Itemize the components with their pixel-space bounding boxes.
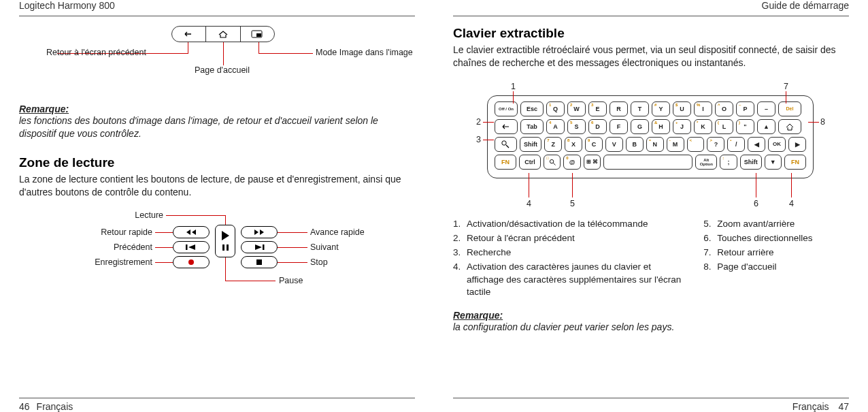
kbd-callout-2: 2 (476, 117, 481, 127)
keyboard-key: $U (673, 101, 691, 116)
note2-heading: Remarque: (453, 310, 849, 321)
note1-body: les fonctions des boutons d'image dans l… (19, 114, 415, 140)
keyboard-key: #Y (652, 101, 670, 116)
keyboard-key: B (626, 137, 644, 152)
keyboard-heading: Clavier extractible (453, 26, 849, 41)
callout-back: Retour à l'écran précédent (46, 48, 146, 57)
keyboard-key: FN (495, 155, 516, 170)
keyboard-key: ▼ (765, 155, 782, 170)
stop-button (241, 256, 278, 268)
footer-left: 46 Français (19, 398, 415, 412)
pip-segment (241, 27, 274, 42)
keyboard-key: Ctrl (519, 155, 541, 170)
home-segment (206, 27, 240, 42)
keyboard-key-offon: Off / On (495, 101, 518, 116)
play-pause-button (215, 225, 235, 257)
label-play: Lecture (127, 210, 163, 220)
keyboard-key (495, 137, 517, 152)
svg-rect-1 (256, 33, 261, 37)
next-button (241, 241, 278, 253)
keyboard-key: -M (667, 137, 684, 152)
kbd-callout-4b: 4 (789, 199, 794, 208)
legend-col-a: 1.Activation/désactivation de la télécom… (453, 218, 686, 300)
prev-button (173, 241, 210, 253)
keyboard-key (778, 119, 801, 134)
playback-heading: Zone de lecture (19, 155, 415, 170)
header-rule-left (19, 16, 415, 16)
page-lang-left: Français (37, 401, 73, 412)
keyboard-key: )" (736, 119, 754, 134)
callout-home: Page d'accueil (195, 65, 250, 75)
keyboard-key: *K (694, 119, 712, 134)
keyboard-key: Shift (520, 137, 542, 152)
svg-rect-4 (263, 244, 265, 250)
keyboard-key: 3E (588, 101, 607, 116)
keyboard-key: ▲ (757, 119, 775, 134)
label-rec: Enregistrement (71, 257, 152, 267)
svg-line-9 (553, 163, 555, 165)
keyboard-key: =N (646, 137, 664, 152)
keyboard-key: AltOption (695, 155, 717, 170)
keyboard-key: ⊞ ⌘ (584, 155, 601, 170)
svg-point-6 (502, 141, 506, 145)
keyboard-key: 4A (546, 119, 565, 134)
keyboard-key: 5S (567, 119, 586, 134)
keyboard-key: – (757, 101, 775, 116)
keyboard-key: (L (715, 119, 733, 134)
svg-rect-5 (256, 259, 262, 265)
keyboard-key: Esc (520, 101, 544, 116)
keyboard-key: Tab (520, 119, 544, 134)
keyboard-key: 9C (585, 137, 603, 152)
callout-pip: Mode Image dans l'image (316, 48, 413, 57)
keyboard-key: < (687, 137, 705, 152)
page-num-left: 46 (19, 401, 30, 412)
keyboard-key: G (631, 119, 649, 134)
header-rule-right (453, 16, 849, 16)
keyboard-key (603, 155, 692, 170)
kbd-callout-7: 7 (784, 82, 788, 91)
keyboard-key: ~P (736, 101, 754, 116)
label-prev: Précédent (84, 242, 152, 252)
svg-point-3 (188, 259, 194, 265)
svg-rect-2 (186, 244, 188, 250)
playback-diagram: Retour rapide Précédent Enregistrement L… (19, 206, 415, 308)
keyboard-key: OK (768, 137, 786, 152)
keyboard-key: R (610, 101, 628, 116)
keyboard-key: 6D (588, 119, 607, 134)
kbd-callout-4a: 4 (527, 199, 531, 208)
keyboard-key: □ (544, 155, 561, 170)
playback-paragraph: La zone de lecture contient les boutons … (19, 173, 415, 199)
keyboard-key: %I (694, 101, 712, 116)
ffwd-button (241, 226, 278, 238)
kbd-callout-3: 3 (476, 135, 481, 144)
label-next: Suivant (310, 242, 339, 252)
keyboard-key (495, 119, 518, 134)
label-ffwd: Avance rapide (310, 227, 365, 237)
page-num-right: 47 (838, 401, 849, 412)
keyboard-key: ▶ (788, 137, 806, 152)
svg-line-7 (506, 145, 509, 148)
record-button (173, 256, 210, 268)
keyboard-key: 1Q (546, 101, 565, 116)
keyboard-key: FN (784, 155, 806, 170)
legend-col-b: 5.Zoom avant/arrière 6.Touches direction… (703, 218, 849, 300)
keyboard-key: &H (652, 119, 670, 134)
keyboard-key: +J (673, 119, 691, 134)
keyboard-key: ◀ (748, 137, 765, 152)
keyboard-key: >? (707, 137, 724, 152)
kbd-callout-8: 8 (820, 117, 825, 127)
label-stop: Stop (310, 257, 328, 267)
keyboard-diagram: Off / OnEsc1Q2W3ERT#Y$U%I^O~P–Del Tab4A5… (453, 76, 848, 212)
keyboard-key: T (631, 101, 649, 116)
kbd-callout-6: 6 (754, 199, 758, 208)
footer-right: Français 47 (453, 398, 849, 412)
keyboard-legend: 1.Activation/désactivation de la télécom… (453, 218, 849, 300)
keyboard-paragraph: Le clavier extractible rétroéclairé vous… (453, 44, 849, 69)
svg-point-8 (550, 159, 553, 163)
header-left-title: Logitech Harmony 800 (19, 0, 115, 11)
keyboard-key: F (610, 119, 628, 134)
keyboard-key: :; (720, 155, 737, 170)
keyboard-key: Shift (740, 155, 762, 170)
kbd-callout-1: 1 (511, 82, 516, 91)
keyboard-key: 0@ (563, 155, 580, 170)
